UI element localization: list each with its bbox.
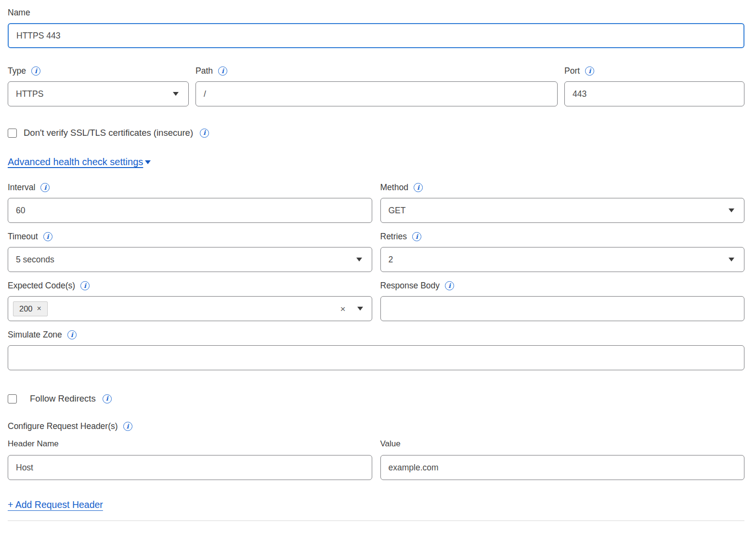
advanced-settings-row: Advanced health check settings bbox=[8, 156, 744, 168]
simulate-zone-input[interactable] bbox=[8, 345, 744, 370]
header-name-field: Header Name bbox=[8, 439, 372, 480]
follow-redirects-label: Follow Redirects bbox=[30, 393, 96, 404]
timeout-select-value: 5 seconds bbox=[16, 255, 356, 265]
clear-all-icon[interactable]: × bbox=[340, 304, 345, 313]
info-icon[interactable]: i bbox=[445, 281, 454, 290]
info-glyph: i bbox=[448, 283, 451, 289]
info-glyph: i bbox=[35, 68, 37, 74]
info-icon[interactable]: i bbox=[585, 66, 594, 76]
type-select[interactable]: HTTPS bbox=[8, 81, 189, 106]
header-name-label: Header Name bbox=[8, 439, 372, 449]
type-path-port-row: Type i HTTPS Path i Port i bbox=[8, 66, 744, 106]
chevron-down-icon bbox=[729, 208, 734, 212]
response-body-input[interactable] bbox=[380, 296, 745, 321]
info-icon[interactable]: i bbox=[67, 330, 77, 339]
port-input[interactable] bbox=[564, 81, 744, 106]
port-label: Port bbox=[564, 66, 580, 76]
info-glyph: i bbox=[127, 423, 129, 429]
simulate-zone-field: Simulate Zone i bbox=[8, 330, 744, 370]
header-value-label: Value bbox=[380, 439, 745, 449]
info-glyph: i bbox=[47, 234, 49, 240]
chevron-down-icon bbox=[173, 92, 179, 96]
info-glyph: i bbox=[44, 184, 46, 191]
expected-codes-field: Expected Code(s) i 200 × × bbox=[8, 281, 372, 321]
add-header-row: + Add Request Header bbox=[8, 499, 744, 510]
follow-redirects-row: Follow Redirects i bbox=[8, 393, 744, 404]
name-field: Name bbox=[8, 8, 744, 48]
request-header-row: Header Name Value bbox=[8, 439, 744, 480]
chevron-down-icon[interactable] bbox=[357, 307, 363, 311]
code-tag-value: 200 bbox=[19, 304, 33, 313]
info-glyph: i bbox=[106, 395, 108, 402]
path-field: Path i bbox=[196, 66, 558, 106]
ssl-verify-checkbox[interactable] bbox=[8, 129, 17, 138]
path-label: Path bbox=[196, 66, 213, 76]
method-field: Method i GET bbox=[380, 182, 745, 223]
info-glyph: i bbox=[84, 283, 86, 289]
type-field: Type i HTTPS bbox=[8, 66, 189, 106]
chevron-down-icon bbox=[729, 258, 734, 261]
info-icon[interactable]: i bbox=[412, 232, 421, 241]
header-value-field: Value bbox=[380, 439, 745, 480]
advanced-settings-link[interactable]: Advanced health check settings bbox=[8, 156, 143, 168]
interval-input[interactable] bbox=[8, 198, 372, 223]
info-glyph: i bbox=[588, 68, 591, 74]
codes-body-row: Expected Code(s) i 200 × × Response Body… bbox=[8, 281, 744, 330]
header-value-input[interactable] bbox=[380, 455, 745, 480]
retries-field: Retries i 2 bbox=[380, 232, 745, 272]
expected-codes-multiselect[interactable]: 200 × × bbox=[8, 296, 372, 321]
ssl-verify-label: Don't verify SSL/TLS certificates (insec… bbox=[24, 128, 193, 138]
name-input[interactable] bbox=[8, 23, 744, 48]
interval-field: Interval i bbox=[8, 182, 372, 223]
type-select-value: HTTPS bbox=[16, 89, 173, 99]
follow-redirects-checkbox[interactable] bbox=[8, 394, 17, 403]
response-body-field: Response Body i bbox=[380, 281, 745, 321]
timeout-label: Timeout bbox=[8, 232, 38, 242]
name-label: Name bbox=[8, 8, 30, 18]
add-request-header-link[interactable]: + Add Request Header bbox=[8, 499, 103, 510]
info-icon[interactable]: i bbox=[80, 281, 90, 290]
method-select-value: GET bbox=[389, 206, 729, 216]
info-glyph: i bbox=[71, 332, 73, 338]
info-icon[interactable]: i bbox=[123, 422, 132, 431]
info-icon[interactable]: i bbox=[218, 66, 227, 76]
timeout-retries-row: Timeout i 5 seconds Retries i 2 bbox=[8, 232, 744, 281]
info-glyph: i bbox=[203, 130, 206, 136]
interval-label: Interval bbox=[8, 182, 35, 193]
info-icon[interactable]: i bbox=[103, 394, 112, 403]
retries-label: Retries bbox=[380, 232, 407, 242]
info-icon[interactable]: i bbox=[200, 129, 209, 138]
timeout-select[interactable]: 5 seconds bbox=[8, 247, 372, 272]
simulate-zone-label: Simulate Zone bbox=[8, 330, 62, 340]
response-body-label: Response Body bbox=[380, 281, 440, 291]
expected-codes-label: Expected Code(s) bbox=[8, 281, 75, 291]
header-name-input[interactable] bbox=[8, 455, 372, 480]
interval-method-row: Interval i Method i GET bbox=[8, 182, 744, 232]
retries-select[interactable]: 2 bbox=[380, 247, 745, 272]
triangle-down-icon bbox=[145, 160, 151, 164]
code-tag: 200 × bbox=[13, 301, 48, 316]
path-input[interactable] bbox=[196, 81, 558, 106]
multiselect-controls: × bbox=[340, 304, 363, 313]
retries-select-value: 2 bbox=[389, 255, 729, 265]
type-label: Type bbox=[8, 66, 26, 76]
request-headers-section: Configure Request Header(s) i bbox=[8, 421, 744, 431]
method-label: Method bbox=[380, 182, 408, 193]
timeout-field: Timeout i 5 seconds bbox=[8, 232, 372, 272]
info-icon[interactable]: i bbox=[414, 183, 423, 192]
info-glyph: i bbox=[417, 184, 419, 191]
chevron-down-icon bbox=[356, 258, 362, 261]
port-field: Port i bbox=[564, 66, 744, 106]
info-icon[interactable]: i bbox=[43, 232, 52, 241]
info-icon[interactable]: i bbox=[40, 183, 50, 192]
info-icon[interactable]: i bbox=[31, 66, 40, 76]
remove-tag-icon[interactable]: × bbox=[37, 304, 41, 313]
health-check-form: Name Type i HTTPS Path i Port i bbox=[0, 0, 756, 521]
method-select[interactable]: GET bbox=[380, 198, 745, 223]
request-headers-label: Configure Request Header(s) bbox=[8, 421, 118, 431]
info-glyph: i bbox=[416, 234, 418, 240]
info-glyph: i bbox=[222, 68, 224, 74]
ssl-verify-checkbox-row: Don't verify SSL/TLS certificates (insec… bbox=[8, 128, 744, 138]
section-divider bbox=[8, 520, 744, 521]
